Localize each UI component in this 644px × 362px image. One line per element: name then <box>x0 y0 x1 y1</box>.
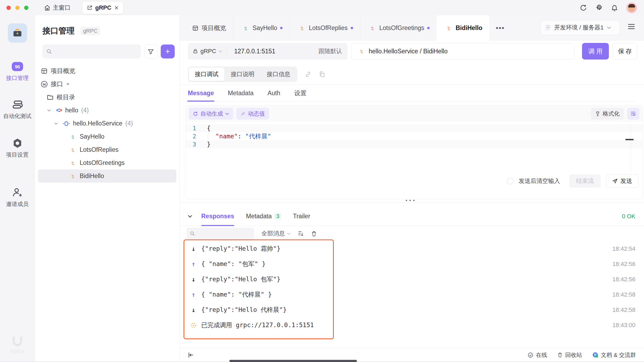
main-window-tab[interactable]: 主窗口 <box>44 4 71 12</box>
close-window-button[interactable] <box>6 6 11 10</box>
chevron-down-icon[interactable] <box>47 109 51 112</box>
tree-item-proto-hello[interactable]: <> hello (4) <box>35 104 180 117</box>
tab-message[interactable]: Message <box>188 85 214 101</box>
stream-message-row[interactable]: ↓ {"reply":"Hello 代梓晨"} 18:42:58 <box>184 302 640 317</box>
doc-tabs-segmented: 接口调试 接口说明 接口信息 <box>188 67 297 82</box>
dynamic-value-button[interactable]: 动态值 <box>236 108 269 120</box>
sidebar-search-input[interactable] <box>55 48 137 55</box>
auto-generate-button[interactable]: 自动生成 <box>189 108 233 120</box>
stream-message-row[interactable]: ↓ {"reply":"Hello 霜帅"} 18:42:54 <box>184 241 640 256</box>
stream-message-list: ↓ {"reply":"Hello 霜帅"} 18:42:54 ↑ { "nam… <box>184 241 640 333</box>
tab-api-docs[interactable]: 接口说明 <box>225 68 260 81</box>
rail-item-project-settings[interactable]: 项目设置 <box>6 138 29 158</box>
docs-community[interactable]: 文档 & 交流群 <box>592 351 636 359</box>
splitter-handle[interactable] <box>406 200 415 201</box>
editor-scroll-marker[interactable] <box>625 139 634 140</box>
filter-button[interactable] <box>144 45 158 58</box>
clear-messages-trash-icon[interactable] <box>311 231 317 237</box>
user-avatar[interactable] <box>626 2 637 13</box>
search-icon <box>190 231 195 236</box>
stream-message-row[interactable]: ↓ {"reply":"Hello 包军"} 18:42:56 <box>184 272 640 287</box>
tree-item-method-bidihello[interactable]: ↑↓ BidiHello <box>38 169 176 183</box>
tab-lotsofgreetings[interactable]: ↑↓ LotsOfGreetings <box>360 15 437 41</box>
stream-arrows-icon: ↑↓ <box>68 133 77 140</box>
environment-selector[interactable]: 开 开发环境 / 服务器1 <box>541 20 620 35</box>
tab-responses[interactable]: Responses <box>201 207 234 226</box>
share-link-icon[interactable] <box>305 71 311 77</box>
protocol-select[interactable]: gRPC <box>188 46 227 56</box>
refresh-icon[interactable] <box>580 4 587 12</box>
trash-icon <box>557 352 563 358</box>
chevron-down-icon[interactable] <box>54 122 58 125</box>
project-settings-icon <box>12 138 23 148</box>
recycle-bin[interactable]: 回收站 <box>557 351 582 359</box>
menu-hamburger-icon[interactable] <box>627 23 635 30</box>
tab-api-info[interactable]: 接口信息 <box>261 68 296 81</box>
follow-default-label[interactable]: 跟随默认 <box>319 47 347 55</box>
proto-file-icon: <> <box>56 107 62 114</box>
unsaved-dot <box>427 27 430 29</box>
tree-item-method-lotsofgreetings[interactable]: ↑↓ LotsOfGreetings <box>35 156 180 169</box>
service-method-input[interactable]: ↑↓ hello.HelloService / BidiHello <box>351 43 575 60</box>
response-search[interactable] <box>186 228 254 239</box>
tab-bidihello-active[interactable]: ↑↓ BidiHello <box>437 15 489 41</box>
stream-arrows-icon: ↑↓ <box>240 25 250 32</box>
incoming-arrow-icon: ↓ <box>190 306 197 314</box>
stream-message-row[interactable]: ↑ { "name": "代梓晨" } 18:42:58 <box>184 287 640 302</box>
tree-item-api-section[interactable]: 96 接口 <box>35 77 180 91</box>
overview-grid-icon <box>192 25 199 31</box>
more-tabs-button[interactable]: ••• <box>489 15 511 41</box>
collapse-panel-icon[interactable] <box>188 352 194 358</box>
save-button[interactable]: 保存 <box>613 43 637 60</box>
word-wrap-button[interactable] <box>627 108 639 120</box>
tab-trailer[interactable]: Trailer <box>293 207 310 226</box>
rail-item-auto-test[interactable]: 自动化测试 <box>3 100 31 120</box>
settings-gear-icon[interactable] <box>595 4 603 12</box>
message-timestamp: 18:42:54 <box>612 245 640 252</box>
send-button[interactable]: 发送 <box>606 174 638 188</box>
tab-project-overview[interactable]: 项目概览 <box>185 15 233 41</box>
add-api-button[interactable]: + <box>161 45 175 58</box>
rail-item-invite[interactable]: 邀请成员 <box>6 187 29 208</box>
maximize-window-button[interactable] <box>24 6 28 10</box>
window-titlebar: 主窗口 gRPC <box>0 0 644 15</box>
json-editor[interactable]: 1 { 2 "name": "代梓晨" 3 } <box>185 122 643 148</box>
response-filter-row: 全部消息 <box>186 227 317 240</box>
project-icon[interactable] <box>8 23 27 43</box>
tree-item-hello-service[interactable]: hello.HelloService (4) <box>35 117 180 130</box>
copy-icon[interactable] <box>319 71 325 77</box>
stream-complete-row[interactable]: 已完成调用 grpc://127.0.0.1:5151 18:43:00 <box>184 317 640 333</box>
collapse-chevron-icon[interactable] <box>188 215 192 218</box>
server-address-input[interactable]: 127.0.0.1:5151 <box>227 48 319 55</box>
tab-lotsofreplies[interactable]: ↑↓ LotsOfReplies <box>290 15 360 41</box>
tree-item-method-sayhello[interactable]: ↑↓ SayHello <box>35 130 180 143</box>
rail-item-api-manage[interactable]: 96 接口管理 <box>6 61 29 82</box>
stream-arrows-icon: ↑↓ <box>297 25 306 32</box>
stream-message-row[interactable]: ↑ { "name": "包军" } 18:42:56 <box>184 256 640 272</box>
dropdown-caret-icon[interactable] <box>66 83 70 86</box>
tab-settings[interactable]: 设置 <box>294 85 306 101</box>
tree-item-method-lotsofreplies[interactable]: ↑↓ LotsOfReplies <box>35 143 180 156</box>
close-tab-icon[interactable] <box>114 5 119 10</box>
end-stream-button[interactable]: 结束流 <box>569 174 601 188</box>
tab-sayhello[interactable]: ↑↓ SayHello <box>233 15 290 41</box>
notifications-bell-icon[interactable] <box>611 4 618 12</box>
clear-after-send-checkbox[interactable] <box>507 178 513 184</box>
pane-splitter[interactable] <box>180 202 644 202</box>
tab-response-metadata[interactable]: Metadata 3 <box>246 207 281 226</box>
minimize-window-button[interactable] <box>15 6 20 10</box>
message-filter-select[interactable]: 全部消息 <box>261 230 291 238</box>
invoke-button[interactable]: 调用 <box>582 43 609 60</box>
tab-auth[interactable]: Auth <box>268 85 280 101</box>
tab-api-debug[interactable]: 接口调试 <box>189 68 224 81</box>
format-button[interactable]: 格式化 <box>591 108 624 120</box>
response-search-input[interactable] <box>197 230 251 237</box>
grpc-window-tab[interactable]: gRPC <box>82 2 123 14</box>
sidebar-search[interactable] <box>42 45 141 58</box>
tree-item-project-overview[interactable]: 项目概览 <box>35 64 180 77</box>
tree-item-root-folder[interactable]: 根目录 <box>35 91 180 104</box>
environment-label: 开发环境 / 服务器1 <box>554 24 604 32</box>
tab-metadata[interactable]: Metadata <box>228 85 254 101</box>
sort-order-icon[interactable] <box>298 231 304 237</box>
online-status[interactable]: 在线 <box>528 351 547 359</box>
